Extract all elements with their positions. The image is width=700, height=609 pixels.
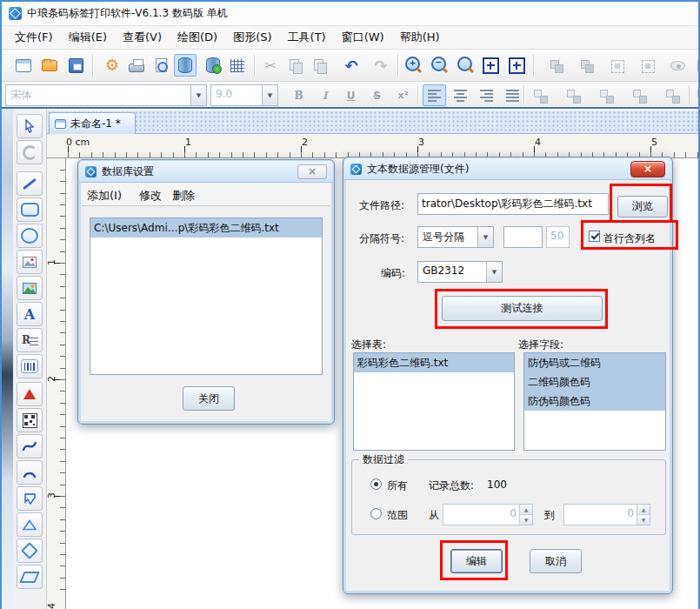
separator-custom-input[interactable] [503, 226, 543, 248]
visibility-icon[interactable] [666, 54, 689, 77]
open-file-icon[interactable] [38, 54, 61, 77]
image-tool-icon[interactable] [17, 276, 43, 300]
table-list[interactable]: 彩码彩色二维码.txt [353, 352, 515, 451]
range-to-spinner[interactable]: 0 ▲▼ [563, 504, 650, 525]
fit-page-icon[interactable] [479, 54, 502, 77]
range-radio[interactable] [370, 508, 382, 519]
polygon-tool-icon[interactable] [17, 486, 43, 511]
cancel-button[interactable]: 取消 [530, 549, 582, 573]
ungroup-icon[interactable] [575, 54, 597, 77]
list-item[interactable]: 防伪码或二维码 [524, 353, 665, 372]
first-row-checkbox[interactable] [589, 231, 600, 242]
align-left-icon[interactable] [423, 84, 446, 106]
spinner-buttons[interactable]: ▲▼ [519, 505, 532, 525]
list-item[interactable]: 二维码颜色码 [524, 372, 665, 392]
spinner-down-icon[interactable]: ▼ [520, 515, 532, 525]
underline-icon[interactable] [339, 84, 363, 106]
font-size-combo[interactable]: 9.0 [210, 84, 278, 106]
same-size-icon[interactable] [692, 84, 700, 106]
align-center-icon[interactable] [449, 84, 472, 106]
menu-shape[interactable]: 图形(S) [225, 27, 279, 48]
align-objects-bottom-icon[interactable] [628, 84, 651, 106]
align-right-icon[interactable] [475, 84, 498, 106]
undo-icon[interactable] [340, 54, 363, 77]
browse-button[interactable]: 浏览 [617, 196, 668, 218]
list-item[interactable]: C:\Users\Admi…p\彩码彩色二维码.txt [90, 218, 322, 238]
spinner-up-icon[interactable]: ▲ [637, 505, 650, 515]
menu-draw[interactable]: 绘图(D) [170, 27, 225, 48]
menu-add[interactable]: 添加(I) [87, 188, 122, 204]
close-button[interactable]: 关闭 [183, 386, 235, 411]
bold-icon[interactable] [287, 84, 310, 106]
paste-icon[interactable] [308, 54, 330, 77]
arc-tool-icon[interactable] [17, 460, 43, 485]
align-objects-top-icon[interactable] [595, 84, 618, 106]
font-family-combo[interactable]: 宋体 [5, 84, 207, 106]
print-icon[interactable] [125, 54, 148, 77]
dropdown-arrow-icon[interactable] [262, 85, 277, 105]
italic-icon[interactable] [313, 84, 337, 106]
menu-delete[interactable]: 删除 [172, 188, 195, 204]
frame-select-icon[interactable] [605, 54, 628, 77]
dropdown-arrow-icon[interactable] [190, 85, 206, 105]
dropdown-arrow-icon[interactable] [477, 227, 493, 247]
rounded-rect-tool-icon[interactable] [17, 197, 43, 222]
distribute-horizontal-icon[interactable] [661, 84, 684, 106]
field-list[interactable]: 防伪码或二维码 二维码颜色码 防伪码颜色码 [523, 352, 666, 451]
datasource-list[interactable]: C:\Users\Admi…p\彩码彩色二维码.txt [90, 218, 323, 375]
grid-icon[interactable] [226, 54, 249, 77]
redo-icon[interactable] [370, 54, 392, 77]
document-tab[interactable]: 未命名-1 * [49, 112, 136, 134]
menu-window[interactable]: 窗口(W) [334, 27, 392, 48]
diamond-tool-icon[interactable] [17, 539, 43, 563]
database-settings-titlebar[interactable]: 数据库设置 × [79, 161, 333, 183]
group-icon[interactable] [544, 54, 567, 77]
ellipse-tool-icon[interactable] [17, 224, 43, 248]
all-records-radio[interactable] [370, 478, 382, 490]
align-justify-icon[interactable] [501, 84, 524, 106]
select-tool-cursor-icon[interactable] [17, 114, 43, 138]
barcode-tool-icon[interactable] [17, 354, 43, 378]
menu-view[interactable]: 查看(V) [115, 27, 170, 48]
align-objects-right-icon[interactable] [562, 84, 585, 106]
text-datasource-titlebar[interactable]: 文本数据源管理(文件) × [344, 158, 671, 180]
menu-modify[interactable]: 修改 [139, 188, 162, 204]
spinner-up-icon[interactable]: ▲ [520, 505, 532, 515]
close-icon[interactable]: × [297, 164, 327, 179]
menu-edit[interactable]: 编辑(E) [61, 27, 115, 48]
spinner-down-icon[interactable]: ▼ [637, 515, 650, 525]
menu-file[interactable]: 文件(F) [7, 27, 61, 48]
superscript-icon[interactable] [391, 84, 415, 106]
menu-help[interactable]: 帮助(H) [392, 27, 448, 48]
close-icon[interactable]: × [630, 161, 665, 177]
zoom-in-icon[interactable] [403, 54, 425, 77]
rich-text-tool-icon[interactable] [17, 328, 43, 352]
image-frame-tool-icon[interactable] [17, 250, 43, 274]
line-tool-icon[interactable] [17, 171, 43, 196]
edit-button[interactable]: 编辑 [450, 549, 503, 573]
strikethrough-icon[interactable] [365, 84, 389, 106]
curve-tool-icon[interactable] [17, 434, 43, 458]
parallelogram-tool-icon[interactable] [17, 565, 43, 589]
triangle-tool-icon[interactable] [17, 512, 43, 537]
fit-selection-icon[interactable] [505, 54, 528, 77]
database-icon[interactable] [174, 54, 197, 77]
cut-icon[interactable] [259, 54, 282, 77]
file-path-input[interactable]: trator\Desktop\彩码彩色二维码.txt [417, 193, 609, 215]
lock-icon[interactable] [692, 54, 700, 77]
align-objects-left-icon[interactable] [529, 84, 552, 106]
gear-icon[interactable] [101, 54, 123, 77]
list-item[interactable]: 彩码彩色二维码.txt [354, 353, 514, 372]
dropdown-arrow-icon[interactable] [486, 262, 502, 282]
spinner-buttons[interactable]: ▲▼ [637, 505, 650, 525]
range-from-spinner[interactable]: 0 ▲▼ [443, 504, 533, 525]
database-connect-icon[interactable] [202, 54, 224, 77]
separator-combo[interactable]: 逗号分隔 [417, 226, 494, 248]
test-connection-button[interactable]: 测试连接 [442, 296, 603, 321]
text-tool-icon[interactable] [17, 302, 43, 326]
copy-icon[interactable] [283, 54, 306, 77]
new-document-icon[interactable] [12, 54, 35, 77]
save-icon[interactable] [64, 54, 87, 77]
zoom-out-icon[interactable] [429, 54, 451, 77]
qrcode-tool-icon[interactable] [17, 408, 43, 432]
